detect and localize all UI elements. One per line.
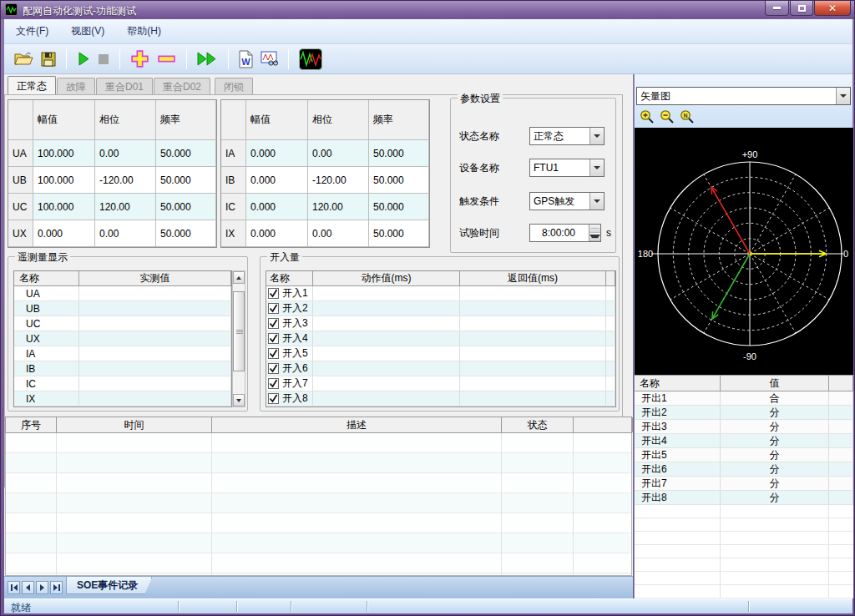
stop-button[interactable] (98, 53, 109, 65)
zoom-out-button[interactable] (660, 109, 675, 124)
open-file-button[interactable] (14, 52, 33, 67)
group-title: 开入量 (267, 250, 302, 265)
cell-value[interactable]: 0.000 (246, 194, 308, 220)
scroll-up-button[interactable] (233, 271, 245, 284)
view-selector[interactable]: 矢量图 (636, 87, 851, 105)
cell-value[interactable]: 50.000 (369, 220, 429, 247)
chevron-up-icon (236, 276, 241, 280)
cell-value[interactable]: 0.000 (246, 220, 308, 247)
wave-preview-button[interactable] (261, 51, 278, 67)
minimize-button[interactable] (765, 1, 789, 16)
add-state-button[interactable] (130, 49, 149, 68)
remove-state-button[interactable] (157, 49, 176, 68)
tab-reclose-d01[interactable]: 重合D01 (96, 78, 153, 94)
output-value: 分 (721, 448, 829, 462)
digital-input-row: 开入1 (266, 286, 615, 301)
corner-cell (221, 100, 246, 140)
close-button[interactable]: ✕ (814, 1, 851, 16)
checkbox[interactable] (268, 288, 279, 299)
di-action-value (313, 301, 460, 316)
telemetry-value (79, 361, 231, 376)
test-time-input[interactable]: 8:00:00 (529, 224, 601, 242)
prev-page-button[interactable] (22, 581, 34, 594)
next-page-button[interactable] (36, 581, 48, 594)
col-header-name: 名称 (14, 271, 79, 285)
cell-value[interactable]: 0.000 (246, 167, 308, 194)
device-name-label: 设备名称 (459, 159, 499, 177)
cell-value[interactable]: 0.000 (33, 220, 95, 247)
cell-value[interactable]: 100.000 (33, 167, 95, 194)
close-icon: ✕ (828, 3, 837, 14)
tab-reclose-d02[interactable]: 重合D02 (154, 78, 210, 94)
status-divider (178, 601, 180, 612)
col-header-name: 名称 (635, 376, 721, 391)
scroll-down-button[interactable] (233, 394, 245, 406)
run-test-button[interactable] (77, 52, 90, 66)
cell-value[interactable]: 0.00 (308, 220, 369, 247)
checkbox[interactable] (268, 333, 279, 344)
dropdown-button[interactable] (589, 128, 604, 144)
last-page-button[interactable] (50, 581, 63, 594)
menu-view[interactable]: 视图(V) (71, 24, 104, 38)
menu-help[interactable]: 帮助(H) (127, 24, 161, 38)
menu-file[interactable]: 文件(F) (16, 24, 48, 38)
cell-value[interactable]: 100.000 (33, 194, 95, 220)
run-all-button[interactable] (197, 52, 218, 66)
cell-value[interactable]: 50.000 (369, 167, 429, 194)
minus-icon (157, 49, 176, 68)
oscilloscope-button[interactable] (299, 48, 322, 70)
arrow-right-icon (40, 584, 44, 591)
checkbox[interactable] (268, 393, 279, 404)
di-name-cell: 开入3 (266, 316, 313, 331)
maximize-button[interactable] (790, 1, 813, 16)
save-button[interactable] (41, 52, 56, 67)
checkbox[interactable] (268, 363, 279, 374)
spinner-down-button[interactable] (589, 233, 600, 241)
checkbox[interactable] (268, 303, 279, 314)
tab-lockout[interactable]: 闭锁 (215, 78, 253, 94)
output-table: 开出1合 开出2分 开出3分 开出4分 开出5分 开出6分 开出7分 开出8分 (635, 391, 853, 505)
scrollbar-thumb[interactable] (233, 291, 245, 371)
zoom-reset-button[interactable]: N (680, 109, 695, 124)
col-header-amplitude: 幅值 (246, 100, 308, 140)
cell-value[interactable]: 50.000 (156, 220, 216, 247)
tab-soe-event-log[interactable]: SOE事件记录 (66, 577, 152, 594)
telemetry-scrollbar[interactable] (232, 270, 245, 407)
cell-value[interactable]: 50.000 (369, 140, 429, 167)
cell-value[interactable]: 50.000 (156, 167, 216, 194)
spinner-up-button[interactable] (589, 225, 600, 233)
chevron-down-icon (589, 235, 600, 239)
cell-value[interactable]: 50.000 (156, 194, 216, 220)
dropdown-button[interactable] (836, 88, 850, 104)
cell-value[interactable]: -120.00 (95, 167, 156, 194)
trigger-condition-select[interactable]: GPS触发 (529, 192, 605, 210)
word-report-button[interactable]: W (239, 50, 253, 68)
cell-value[interactable]: 0.00 (308, 140, 369, 167)
cell-value[interactable]: 50.000 (156, 140, 216, 167)
dropdown-button[interactable] (589, 193, 604, 210)
cell-value[interactable]: 0.00 (95, 140, 156, 167)
bottom-tab-strip: SOE事件记录 (4, 576, 633, 598)
output-table-header: 名称 值 (635, 375, 853, 391)
checkbox[interactable] (268, 348, 279, 359)
corner-cell (8, 100, 33, 140)
checkbox[interactable] (268, 378, 279, 389)
tab-fault[interactable]: 故障 (57, 78, 95, 94)
device-name-select[interactable]: FTU1 (529, 159, 605, 177)
zoom-in-button[interactable] (640, 109, 655, 124)
cell-value[interactable]: 0.000 (246, 140, 308, 167)
cell-value[interactable]: 100.000 (33, 140, 95, 167)
cell-value[interactable]: 50.000 (369, 194, 429, 220)
di-action-value (313, 391, 460, 406)
tab-normal-state[interactable]: 正常态 (8, 76, 56, 94)
vector-plot-svg: +90 -90 180 0 (635, 128, 853, 375)
status-divider (748, 601, 750, 612)
dropdown-button[interactable] (589, 159, 604, 176)
cell-value[interactable]: 120.00 (95, 194, 156, 220)
first-page-button[interactable] (8, 581, 20, 594)
cell-value[interactable]: -120.00 (308, 167, 369, 194)
state-name-select[interactable]: 正常态 (529, 127, 605, 145)
cell-value[interactable]: 0.00 (95, 220, 156, 247)
checkbox[interactable] (268, 318, 279, 329)
cell-value[interactable]: 120.00 (308, 194, 369, 220)
